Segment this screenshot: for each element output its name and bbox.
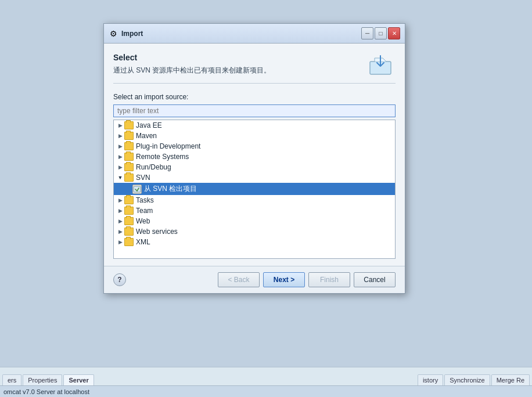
tree-label-svn-checkout: 从 SVN 检出项目 [144,184,197,194]
expand-icon-team: ▶ [116,207,124,215]
tree-label-web: Web [136,217,150,225]
tree-item-tasks[interactable]: ▶ Tasks [114,195,395,205]
folder-icon-run-debug [124,163,134,171]
tree-label-xml: XML [136,238,150,246]
bg-tab-merge[interactable]: Merge Re [491,374,530,385]
import-dialog: ⚙ Import ─ □ ✕ Select 通过从 SVN 资源库中检出已有项目… [103,23,405,294]
title-bar-text: Import [121,30,361,38]
tree-label-remote-systems: Remote Systems [136,153,189,161]
folder-icon-svn [124,174,134,182]
header-section: Select 通过从 SVN 资源库中检出已有项目来创建新项目。 [113,53,396,84]
title-bar: ⚙ Import ─ □ ✕ [104,24,405,44]
tree-label-team: Team [136,207,153,215]
bg-tab-ers[interactable]: ers [2,374,21,385]
tree-label-maven: Maven [136,132,157,140]
tree-item-svn-checkout[interactable]: 从 SVN 检出项目 [114,183,395,195]
folder-icon-maven [124,132,134,140]
tree-item-java-ee[interactable]: ▶ Java EE [114,120,395,131]
expand-icon-web: ▶ [116,217,124,225]
expand-icon-plugin-dev: ▶ [116,142,124,150]
tree-label-tasks: Tasks [136,196,154,204]
maximize-button[interactable]: □ [375,27,387,39]
folder-icon-xml [124,238,134,246]
filter-input[interactable] [113,104,396,117]
tree-item-plugin-dev[interactable]: ▶ Plug-in Development [114,141,395,151]
header-title: Select [113,53,363,62]
tree-item-xml[interactable]: ▶ XML [114,237,395,247]
title-bar-buttons: ─ □ ✕ [361,27,400,39]
source-label: Select an import source: [113,93,396,101]
expand-icon-svn: ▼ [116,174,124,182]
expand-icon-web-services: ▶ [116,228,124,236]
background-tab-bar: ers Properties Server istory Synchronize… [0,367,532,385]
folder-icon-team [124,207,134,215]
bg-tab-synchronize[interactable]: Synchronize [444,374,490,385]
svn-checkout-icon [132,185,142,194]
tree-item-web[interactable]: ▶ Web [114,216,395,226]
header-description: 通过从 SVN 资源库中检出已有项目来创建新项目。 [113,66,363,75]
tree-label-java-ee: Java EE [136,121,162,129]
help-button[interactable]: ? [113,273,126,286]
background-status-bar: omcat v7.0 Server at localhost [0,385,532,397]
status-text: omcat v7.0 Server at localhost [3,388,89,395]
minimize-button[interactable]: ─ [361,27,373,39]
dialog-footer: ? < Back Next > Finish Cancel [104,266,405,293]
header-icon [368,53,396,76]
bg-tab-server[interactable]: Server [63,374,94,385]
tree-label-plugin-dev: Plug-in Development [136,142,200,150]
tree-label-run-debug: Run/Debug [136,163,171,171]
expand-icon-tasks: ▶ [116,196,124,204]
folder-icon-remote-systems [124,153,134,161]
folder-icon-java-ee [124,121,134,129]
folder-icon-web [124,217,134,225]
expand-icon-run-debug: ▶ [116,163,124,171]
tree-item-web-services[interactable]: ▶ Web services [114,226,395,237]
expand-icon-maven: ▶ [116,132,124,140]
tree-item-svn[interactable]: ▼ SVN [114,172,395,183]
tree-label-web-services: Web services [136,228,178,236]
folder-icon-tasks [124,196,134,204]
folder-icon-plugin-dev [124,142,134,150]
tree-item-remote-systems[interactable]: ▶ Remote Systems [114,151,395,162]
tree-label-svn: SVN [136,174,150,182]
tree-container[interactable]: ▶ Java EE ▶ Maven ▶ Plug-in Development … [113,120,396,259]
bg-tab-properties[interactable]: Properties [23,374,62,385]
dialog-content: Select 通过从 SVN 资源库中检出已有项目来创建新项目。 Select … [104,44,405,266]
expand-icon-xml: ▶ [116,238,124,246]
expand-icon-remote-systems: ▶ [116,153,124,161]
expand-icon-svn-checkout [124,185,132,193]
bg-tab-history[interactable]: istory [418,374,443,385]
expand-icon-java-ee: ▶ [116,121,124,129]
back-button[interactable]: < Back [218,272,260,287]
cancel-button[interactable]: Cancel [354,272,396,287]
tree-item-run-debug[interactable]: ▶ Run/Debug [114,162,395,172]
next-button[interactable]: Next > [263,272,305,287]
title-bar-icon: ⚙ [109,29,118,38]
tree-item-team[interactable]: ▶ Team [114,205,395,216]
tree-item-maven[interactable]: ▶ Maven [114,131,395,141]
finish-button[interactable]: Finish [308,272,350,287]
close-button[interactable]: ✕ [388,27,400,39]
folder-icon-web-services [124,228,134,236]
header-text: Select 通过从 SVN 资源库中检出已有项目来创建新项目。 [113,53,363,75]
